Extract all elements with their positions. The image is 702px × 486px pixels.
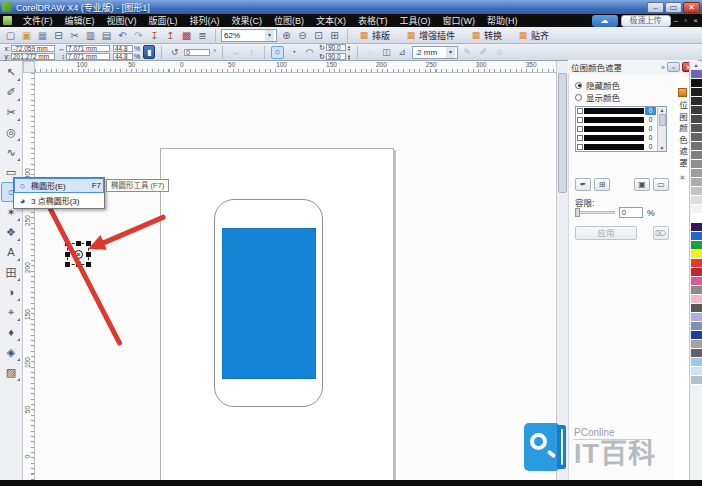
- start-angle-input[interactable]: 90.0: [326, 44, 346, 51]
- open-mask-button[interactable]: ▭: [653, 178, 669, 191]
- selection-handle[interactable]: [76, 241, 81, 246]
- menu-item[interactable]: 效果(C): [226, 14, 269, 27]
- plugin-paiban[interactable]: ▦ 排版: [353, 28, 396, 42]
- color-swatch[interactable]: [691, 295, 702, 304]
- color-swatch[interactable]: [691, 115, 702, 124]
- menu-item[interactable]: 表格(T): [352, 14, 394, 27]
- symmetry-button-2[interactable]: ✐: [477, 46, 490, 59]
- mirror-vertical-button[interactable]: ↕: [245, 46, 258, 59]
- redo-icon[interactable]: ↷: [131, 28, 146, 42]
- rotation-angle-input[interactable]: 0: [184, 49, 210, 56]
- scroll-down-icon[interactable]: ▼: [660, 145, 665, 151]
- menu-item[interactable]: 文件(F): [17, 14, 59, 27]
- color-swatch[interactable]: [691, 70, 702, 79]
- mask-list-scrollbar[interactable]: ▲ ▼: [657, 107, 666, 151]
- eyedropper-button[interactable]: ✒: [575, 178, 591, 191]
- color-swatch[interactable]: [691, 376, 702, 385]
- docker-tab-close-icon[interactable]: ✕: [680, 174, 686, 182]
- color-swatch[interactable]: [691, 169, 702, 178]
- plugin-convert[interactable]: ▦ 转换: [465, 28, 508, 42]
- mask-row[interactable]: 0: [576, 107, 657, 116]
- color-swatch[interactable]: [691, 79, 702, 88]
- zoom-out-icon[interactable]: ⊖: [295, 28, 310, 42]
- delete-mask-button[interactable]: ⌦: [653, 226, 669, 240]
- blend-tool[interactable]: ◑: [1, 282, 21, 302]
- menu-item[interactable]: 帮助(H): [481, 14, 524, 27]
- mask-row[interactable]: 0: [576, 125, 657, 134]
- color-swatch[interactable]: [691, 196, 702, 205]
- scroll-up-icon[interactable]: ▲: [660, 107, 665, 113]
- zoom-tool[interactable]: ◎: [1, 122, 21, 142]
- zoom-level-select[interactable]: 62% ▾: [221, 29, 277, 42]
- flyout-item-ellipse[interactable]: ○ 椭圆形(E) F7: [14, 178, 104, 193]
- selection-handle[interactable]: [65, 262, 70, 267]
- ellipse-mode-button[interactable]: ○: [271, 46, 284, 59]
- symmetry-button-1[interactable]: ✎: [461, 46, 474, 59]
- zoom-page-icon[interactable]: ⊡: [311, 28, 326, 42]
- menu-item[interactable]: 位图(B): [268, 14, 310, 27]
- zoom-fit-icon[interactable]: ⊞: [327, 28, 342, 42]
- document-window-controls[interactable]: – ▫ ×: [674, 16, 700, 25]
- menu-item[interactable]: 工具(O): [394, 14, 437, 27]
- color-swatch[interactable]: [691, 178, 702, 187]
- mask-checkbox[interactable]: [577, 135, 583, 141]
- pie-mode-button[interactable]: ◔: [287, 46, 300, 59]
- color-swatch[interactable]: [691, 322, 702, 331]
- object-y-input[interactable]: 201.272 mm: [11, 53, 55, 60]
- menu-item[interactable]: 版面(L): [143, 14, 184, 27]
- color-swatch[interactable]: [691, 241, 702, 250]
- fill-tool[interactable]: ◈: [1, 342, 21, 362]
- copy-icon[interactable]: ▥: [83, 28, 98, 42]
- export-icon[interactable]: ↥: [163, 28, 178, 42]
- mask-row[interactable]: 0: [576, 133, 657, 142]
- cut-icon[interactable]: ✂: [67, 28, 82, 42]
- color-swatch[interactable]: [691, 268, 702, 277]
- outline-width-select[interactable]: .2 mm ▾: [412, 46, 458, 59]
- lock-ratio-button[interactable]: ▮: [143, 45, 155, 59]
- import-icon[interactable]: ↧: [147, 28, 162, 42]
- welcome-screen-icon[interactable]: ≣: [195, 28, 210, 42]
- pick-tool[interactable]: ↖: [1, 62, 21, 82]
- horizontal-ruler[interactable]: 10050050100150200250300350: [35, 61, 556, 73]
- tolerance-input[interactable]: 0: [619, 207, 643, 218]
- interactive-fill-tool[interactable]: ▨: [1, 362, 21, 382]
- mirror-horizontal-button[interactable]: ↔: [229, 46, 242, 59]
- color-swatch[interactable]: [691, 160, 702, 169]
- maximize-button[interactable]: ▭: [665, 2, 682, 13]
- close-button[interactable]: ✕: [683, 2, 700, 13]
- color-swatch[interactable]: [691, 142, 702, 151]
- zoom-in-icon[interactable]: ⊕: [279, 28, 294, 42]
- docker-chevrons[interactable]: »: [661, 64, 665, 71]
- docker-tab[interactable]: 位图颜色遮罩 ✕: [676, 88, 689, 318]
- color-swatch[interactable]: [691, 106, 702, 115]
- phone-screen-shape[interactable]: [222, 228, 316, 379]
- minimize-button[interactable]: –: [647, 2, 664, 13]
- mask-checkbox[interactable]: [577, 126, 583, 132]
- color-swatch[interactable]: [691, 349, 702, 358]
- color-swatch[interactable]: [691, 223, 702, 232]
- menu-item[interactable]: 视图(V): [101, 14, 143, 27]
- color-swatch[interactable]: [691, 205, 702, 214]
- flyout-item-3point-ellipse[interactable]: ◕ 3 点椭圆形(3): [14, 193, 104, 208]
- eyedropper-tool[interactable]: ⌖: [1, 302, 21, 322]
- print-icon[interactable]: ⊟: [51, 28, 66, 42]
- direction-button[interactable]: ◌: [364, 46, 377, 59]
- drawing-page[interactable]: [160, 148, 394, 480]
- color-swatch[interactable]: [691, 214, 702, 223]
- arc-mode-button[interactable]: ◠: [303, 46, 316, 59]
- tolerance-slider[interactable]: [575, 211, 615, 214]
- object-width-input[interactable]: 7.071 mm: [66, 45, 110, 52]
- color-swatch[interactable]: [691, 286, 702, 295]
- object-height-input[interactable]: 7.071 mm: [66, 53, 110, 60]
- mask-row[interactable]: 0: [576, 116, 657, 125]
- color-swatch[interactable]: [691, 259, 702, 268]
- canvas[interactable]: [35, 73, 556, 480]
- mask-checkbox[interactable]: [577, 108, 583, 114]
- palette-scroll-up-icon[interactable]: ▴: [694, 61, 697, 70]
- color-swatch[interactable]: [691, 277, 702, 286]
- new-document-icon[interactable]: ▢: [3, 28, 18, 42]
- menu-item[interactable]: 编辑(E): [59, 14, 101, 27]
- basic-shapes-tool[interactable]: ❖: [1, 222, 21, 242]
- plugin-enhance[interactable]: ▦ 增强插件: [400, 28, 461, 42]
- radio-show-colors[interactable]: 显示颜色: [575, 91, 668, 103]
